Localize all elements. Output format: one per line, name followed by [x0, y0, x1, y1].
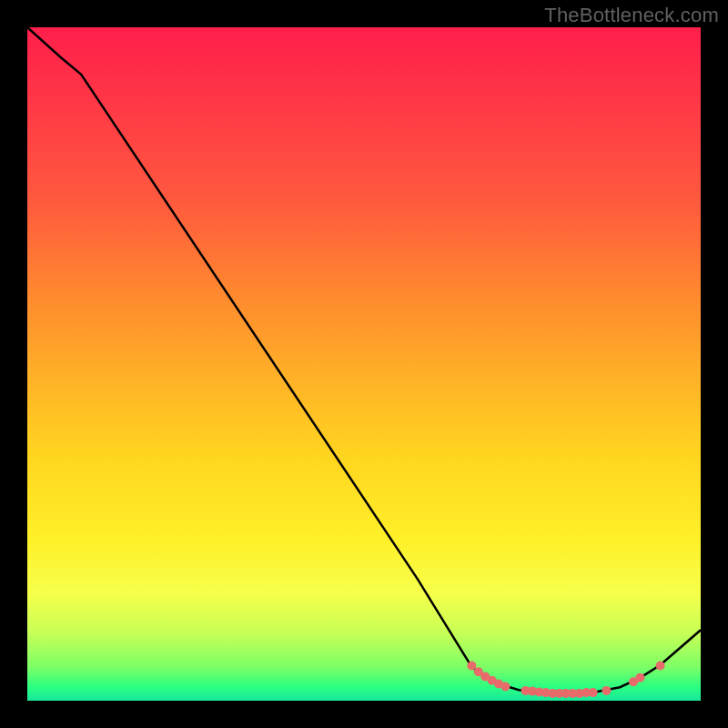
data-point	[500, 682, 510, 692]
data-point	[602, 686, 611, 695]
data-point	[589, 688, 598, 697]
data-point	[635, 673, 644, 682]
chart-frame: TheBottleneck.com	[0, 0, 728, 728]
plot-area	[27, 27, 701, 701]
points-layer	[27, 27, 701, 701]
data-points-group	[467, 662, 664, 698]
data-point	[467, 662, 476, 671]
watermark-text: TheBottleneck.com	[544, 4, 719, 27]
data-point	[656, 662, 665, 671]
